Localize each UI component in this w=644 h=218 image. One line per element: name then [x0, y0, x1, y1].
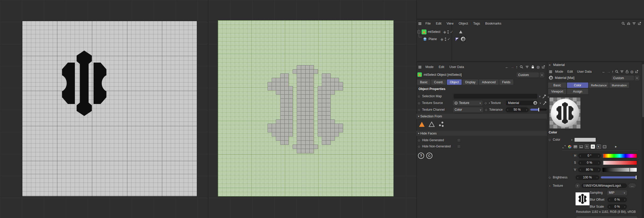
key-diamond-icon[interactable]: ◇: [417, 145, 421, 148]
brightness-slider[interactable]: [601, 176, 637, 178]
am-preset-dropdown[interactable]: Custom: [517, 72, 539, 77]
key-diamond-icon[interactable]: ◇: [417, 108, 421, 111]
tab-color[interactable]: Color: [567, 82, 588, 88]
hsv-mode-button[interactable]: H: [591, 145, 595, 149]
forward-icon[interactable]: →: [510, 65, 514, 69]
compact-picker-icon[interactable]: [562, 145, 566, 149]
am-menu-userdata[interactable]: User Data: [447, 65, 467, 69]
chevron-down-icon[interactable]: ∨: [539, 102, 541, 104]
texture-viewport[interactable]: [0, 0, 208, 218]
tab-display[interactable]: Display: [462, 79, 478, 85]
key-diamond-icon[interactable]: ◇: [548, 176, 551, 179]
popout-icon[interactable]: [635, 70, 639, 73]
saturation-slider[interactable]: [602, 161, 637, 165]
section-collapse-icon[interactable]: ▾: [418, 115, 419, 118]
section-collapse-icon[interactable]: ▾: [418, 132, 419, 135]
polygons-outline-icon[interactable]: [428, 121, 435, 128]
key-diamond-icon[interactable]: ◇: [417, 101, 421, 105]
value-slider[interactable]: [602, 168, 637, 172]
mat-menu-mode[interactable]: Mode: [553, 70, 565, 73]
tab-object[interactable]: Object: [447, 79, 462, 85]
hue-slider[interactable]: [602, 154, 637, 158]
target-icon[interactable]: ◎: [537, 65, 540, 69]
visibility-dots-icon[interactable]: [447, 30, 449, 34]
texture-options-icon[interactable]: ∨: [575, 183, 580, 188]
forward-icon[interactable]: →: [607, 70, 610, 73]
tolerance-slider[interactable]: [530, 109, 547, 111]
hue-spinner[interactable]: ‹0 °›: [578, 153, 601, 158]
om-menu-object[interactable]: Object: [456, 22, 471, 25]
am-menu-edit[interactable]: Edit: [436, 65, 447, 69]
mat-preset-dropdown[interactable]: Custom: [612, 76, 634, 80]
chevron-down-icon[interactable]: ∨: [571, 138, 573, 141]
popout-icon[interactable]: [638, 21, 641, 25]
target-icon[interactable]: ◎: [630, 70, 633, 73]
picker-more-icon[interactable]: ▶: [615, 145, 617, 148]
panel-menu-icon[interactable]: [549, 70, 553, 74]
hide-non-generated-checkbox[interactable]: [457, 145, 461, 148]
plane-object-icon[interactable]: [423, 37, 427, 41]
key-diamond-icon[interactable]: ◇: [485, 108, 488, 111]
expand-arrow-icon[interactable]: ›: [548, 184, 551, 187]
tab-assign[interactable]: Assign: [567, 89, 588, 94]
kelvin-mode-button[interactable]: K: [597, 145, 601, 149]
texture-ref-field[interactable]: Material: [506, 101, 538, 105]
search-icon[interactable]: [519, 65, 523, 69]
mat-menu-userdata[interactable]: User Data: [575, 70, 594, 73]
panel-menu-icon[interactable]: [418, 22, 422, 26]
object-label[interactable]: Plane: [429, 37, 437, 41]
triangle-tag-icon[interactable]: [459, 30, 463, 34]
om-menu-tags[interactable]: Tags: [471, 22, 483, 25]
am-preset-chevron[interactable]: ∨: [540, 72, 544, 77]
points-icon[interactable]: [438, 121, 445, 128]
tab-fields[interactable]: Fields: [499, 79, 513, 85]
tab-basic[interactable]: Basic: [417, 79, 430, 85]
search-icon[interactable]: [621, 21, 625, 25]
texture-channel-dropdown[interactable]: Color ∨: [453, 107, 483, 112]
object-row-mtselect[interactable]: − mtSelect ◈ ✓: [417, 28, 463, 35]
home-icon[interactable]: [627, 21, 631, 25]
chevron-down-icon[interactable]: ∨: [539, 95, 541, 98]
collapse-expander-icon[interactable]: −: [417, 31, 420, 33]
tolerance-spinner[interactable]: ‹ 50 % ›: [506, 107, 529, 112]
mtselect-object-icon[interactable]: [422, 29, 426, 34]
help-button[interactable]: ?: [418, 153, 424, 159]
polygon-selection-tag-icon[interactable]: [455, 37, 459, 41]
clipped-bottom-field[interactable]: [576, 216, 638, 218]
key-diamond-icon[interactable]: ◇: [548, 138, 551, 141]
mat-scrollbar[interactable]: [642, 62, 644, 218]
plane-object-view[interactable]: [218, 20, 394, 197]
blur-scale-spinner[interactable]: ‹0 %›: [607, 204, 627, 209]
layer-icon[interactable]: ◈: [443, 30, 446, 34]
scene-viewport[interactable]: [208, 0, 416, 218]
mixer-icon[interactable]: [603, 145, 607, 149]
brightness-spinner[interactable]: ‹100 %›: [576, 175, 599, 180]
material-preview[interactable]: [549, 97, 581, 129]
object-label[interactable]: mtSelect: [428, 30, 440, 34]
tab-basic[interactable]: Basic: [548, 82, 566, 88]
am-menu-mode[interactable]: Mode: [423, 65, 436, 69]
lock-icon[interactable]: [625, 70, 629, 73]
blur-offset-spinner[interactable]: ‹0 %›: [607, 197, 627, 202]
selection-map-field[interactable]: [454, 94, 537, 99]
layer-icon[interactable]: ◈: [440, 37, 444, 41]
polygons-filled-icon[interactable]: [418, 121, 425, 128]
tab-illumination[interactable]: Illumination: [609, 82, 629, 88]
sampling-dropdown[interactable]: MIP∨: [607, 190, 627, 195]
rgb-mode-button[interactable]: R: [585, 145, 589, 149]
material-panel-tab[interactable]: Material: [553, 63, 565, 67]
visibility-dots-icon[interactable]: [445, 37, 446, 41]
hide-faces-section[interactable]: ▾ Hide Faces: [416, 131, 547, 136]
mat-menu-edit[interactable]: Edit: [565, 70, 575, 73]
selection-from-section[interactable]: ▾ Selection From: [416, 114, 547, 119]
preview-collapse-icon[interactable]: ∨: [547, 96, 549, 98]
value-spinner[interactable]: ‹80 %›: [578, 167, 601, 172]
lock-icon[interactable]: [531, 65, 535, 69]
eyedropper-icon[interactable]: [543, 101, 547, 105]
key-diamond-icon[interactable]: ◇: [484, 101, 487, 105]
texture-source-dropdown[interactable]: Texture ∨: [453, 101, 483, 106]
key-diamond-icon[interactable]: ◇: [417, 95, 421, 98]
search-icon[interactable]: [615, 70, 619, 73]
filter-icon[interactable]: [525, 65, 529, 69]
eyedropper-icon[interactable]: [542, 94, 546, 98]
